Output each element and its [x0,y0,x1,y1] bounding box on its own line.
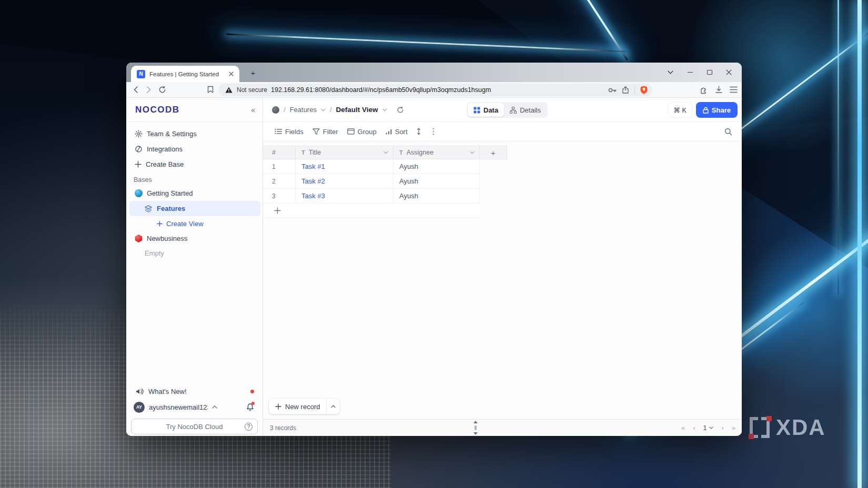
sidebar-item-label: Integrations [147,145,183,153]
help-icon[interactable]: ? [245,423,253,431]
whats-new-item[interactable]: What's New! [126,384,263,399]
funnel-icon [312,128,320,135]
tab-title: Features | Getting Started [149,71,223,77]
sidebar-item-integrations[interactable]: Integrations [126,141,263,157]
breadcrumb: / Features / Default View [272,106,404,114]
fields-button[interactable]: Fields [275,128,304,136]
breadcrumb-table[interactable]: Features [290,106,317,114]
window-close-button[interactable] [719,63,739,82]
chevron-down-icon[interactable] [383,151,388,154]
chevron-down-icon[interactable] [321,108,326,111]
bookmark-icon[interactable] [206,86,215,94]
tab-details[interactable]: Details [504,103,547,117]
tab-data[interactable]: Data [468,103,504,117]
row-number: 1 [263,159,296,174]
filter-button[interactable]: Filter [312,128,338,136]
sidebar-item-create-base[interactable]: Create Base [126,157,263,172]
scrollbar-thumb[interactable] [475,425,477,430]
brave-shield-icon[interactable] [640,86,648,94]
integrations-icon [135,145,143,153]
add-row-button[interactable] [263,204,480,218]
window-maximize-button[interactable] [700,63,719,82]
base-icon-red-hexagon [135,235,143,242]
hamburger-menu-icon[interactable] [729,86,738,94]
sidebar-nav: Team & Settings Integrations Create Base… [126,122,263,260]
search-icon[interactable] [724,128,732,136]
sidebar-base-newbusiness[interactable]: Newbusiness [126,231,263,246]
column-header-title[interactable]: T Title [296,146,393,159]
page-last-button[interactable]: » [732,424,735,432]
column-title-label: Title [309,149,321,156]
toolbar-kebab-menu[interactable]: ⋮ [430,127,438,136]
cell-title[interactable]: Task #2 [296,174,393,189]
share-page-icon[interactable] [621,86,630,94]
page-current[interactable]: 1 [703,424,713,432]
nocodb-favicon: N [137,70,145,78]
sidebar-item-label: Create Base [146,160,184,168]
sidebar-collapse-icon[interactable]: « [251,106,255,114]
refresh-view-icon[interactable] [397,106,404,114]
new-record-expand-icon[interactable] [326,399,340,414]
page-first-button[interactable]: « [681,424,685,432]
sidebar-table-features[interactable]: Features [129,201,260,216]
browser-tab[interactable]: N Features | Getting Started [131,66,239,82]
scroll-up-arrow[interactable] [473,421,478,423]
column-header-assignee[interactable]: T Assignee [393,146,480,159]
table-row[interactable]: 2 Task #2 Ayush [263,174,507,189]
share-button[interactable]: Share [696,102,738,118]
new-record-button[interactable]: New record [269,399,340,414]
group-button[interactable]: Group [347,128,377,136]
new-tab-button[interactable]: + [248,68,258,77]
account-row[interactable]: AY ayushsnewemail123 [126,399,263,415]
tab-search-icon[interactable] [661,63,680,82]
new-record-main[interactable]: New record [269,403,326,411]
extensions-puzzle-icon[interactable] [700,86,708,94]
download-icon[interactable] [714,86,723,94]
cell-assignee[interactable]: Ayush [393,159,480,174]
password-key-icon[interactable] [608,86,617,94]
forward-icon[interactable] [145,86,153,94]
sidebar-bottom: What's New! AY ayushsnewemail123 Try Noc [126,384,263,436]
not-secure-label[interactable]: Not secure [237,86,267,94]
window-minimize-button[interactable] [680,63,700,82]
page-prev-button[interactable]: ‹ [693,424,695,432]
bases-section-label: Bases [126,172,263,186]
sort-button[interactable]: Sort [386,128,408,136]
tab-close-icon[interactable] [227,70,235,78]
grid-footer: 3 records « ‹ 1 › » [263,419,742,436]
table-row[interactable]: 1 Task #1 Ayush [263,159,507,174]
base-globe-icon[interactable] [272,106,279,114]
scrollbar[interactable] [472,420,479,436]
chevron-down-icon[interactable] [382,108,387,111]
row-height-button[interactable] [417,128,421,135]
cell-title[interactable]: Task #3 [296,189,393,204]
cell-title[interactable]: Task #1 [296,159,393,174]
add-column-button[interactable]: + [480,146,507,159]
task-link[interactable]: Task #3 [301,192,325,200]
cell-assignee[interactable]: Ayush [393,189,480,204]
scroll-down-arrow[interactable] [473,432,478,435]
bell-icon[interactable] [246,403,254,411]
address-bar[interactable]: Not secure 192.168.29.61:8080/dashboard/… [218,84,652,96]
nocodb-logo[interactable]: NOCODB [135,105,180,115]
page-next-button[interactable]: › [721,424,723,432]
try-nocodb-cloud-button[interactable]: Try NocoDB Cloud ? [131,419,258,434]
table-row[interactable]: 3 Task #3 Ayush [263,189,507,204]
back-icon[interactable] [132,86,140,94]
plus-icon [135,161,142,168]
sidebar-create-view[interactable]: Create View [126,216,263,231]
text-type-icon: T [399,149,403,156]
reload-icon[interactable] [158,86,166,94]
breadcrumb-view[interactable]: Default View [336,106,378,114]
command-k-shortcut[interactable]: ⌘ K [669,103,692,117]
task-link[interactable]: Task #1 [301,162,325,170]
sidebar-item-team-settings[interactable]: Team & Settings [126,126,263,141]
filter-label: Filter [323,128,338,136]
url-text[interactable]: 192.168.29.61:8080/dashboard/#/nc/ps6amb… [271,86,491,94]
data-details-toggle: Data Details [467,102,548,118]
cell-assignee[interactable]: Ayush [393,174,480,189]
sidebar-base-getting-started[interactable]: Getting Started [126,186,263,201]
sidebar-header: NOCODB « [126,98,263,122]
chevron-down-icon[interactable] [470,151,475,154]
task-link[interactable]: Task #2 [301,177,325,185]
